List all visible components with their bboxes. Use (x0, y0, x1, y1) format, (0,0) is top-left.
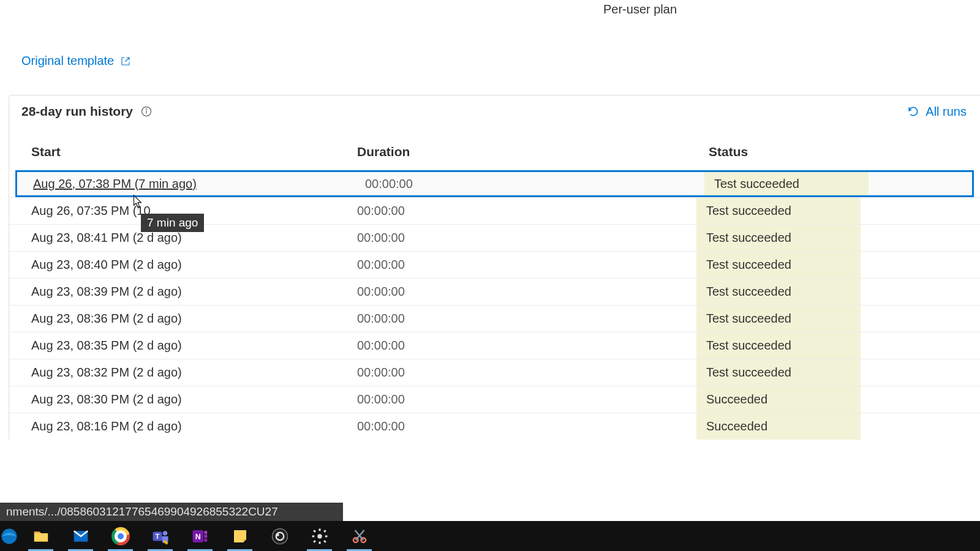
cell-status: Test succeeded (696, 305, 980, 332)
original-template-link[interactable]: Original template (21, 54, 131, 68)
taskbar-edge[interactable] (0, 521, 21, 551)
cell-duration: 00:00:00 (357, 204, 696, 218)
col-start[interactable]: Start (9, 144, 357, 159)
svg-rect-17 (204, 538, 207, 541)
cell-status: Test succeeded (696, 252, 980, 278)
status-badge: Test succeeded (696, 252, 861, 278)
svg-rect-15 (204, 531, 207, 534)
run-history-card: 28-day run history All runs Start Durati… (9, 95, 980, 440)
table-row[interactable]: Aug 23, 08:39 PM (2 d ago)00:00:00Test s… (9, 278, 980, 305)
edge-icon (0, 527, 18, 545)
mail-icon (72, 527, 90, 545)
cell-status: Test succeeded (696, 225, 980, 251)
col-status[interactable]: Status (696, 144, 980, 159)
cell-status: Test succeeded (696, 198, 980, 224)
svg-text:N: N (195, 533, 200, 541)
taskbar-stickynotes[interactable] (220, 521, 260, 551)
gear-icon (311, 527, 329, 545)
stickynotes-icon (231, 527, 249, 545)
status-badge: Succeeded (696, 413, 861, 440)
svg-rect-16 (204, 534, 207, 538)
cell-duration: 00:00:00 (357, 312, 696, 326)
table-row[interactable]: Aug 23, 08:40 PM (2 d ago)00:00:00Test s… (9, 251, 980, 278)
cell-start[interactable]: Aug 23, 08:35 PM (2 d ago) (9, 339, 357, 353)
cell-start[interactable]: Aug 23, 08:41 PM (2 d ago) (9, 231, 357, 245)
windows-taskbar: T N (0, 521, 980, 551)
cell-start[interactable]: Aug 23, 08:36 PM (2 d ago) (9, 312, 357, 326)
taskbar-chrome[interactable] (100, 521, 140, 551)
cell-status: Succeeded (696, 386, 980, 413)
cell-start[interactable]: Aug 23, 08:32 PM (2 d ago) (9, 365, 357, 380)
cell-status: Test succeeded (696, 279, 980, 305)
svg-point-2 (146, 109, 147, 110)
table-row[interactable]: Aug 23, 08:16 PM (2 d ago)00:00:00Succee… (9, 413, 980, 440)
status-badge: Test succeeded (704, 172, 869, 195)
taskbar-snip[interactable] (339, 521, 379, 551)
table-row[interactable]: Aug 23, 08:32 PM (2 d ago)00:00:00Test s… (9, 359, 980, 386)
file-explorer-icon (32, 527, 50, 545)
obs-icon (271, 527, 289, 545)
cell-duration: 00:00:00 (357, 419, 696, 433)
svg-point-21 (317, 534, 322, 539)
refresh-icon (907, 105, 919, 118)
cell-duration: 00:00:00 (357, 258, 696, 272)
svg-point-9 (118, 533, 124, 539)
taskbar-obs[interactable] (260, 521, 300, 551)
taskbar-onenote[interactable]: N (180, 521, 220, 551)
table-row[interactable]: Aug 23, 08:35 PM (2 d ago)00:00:00Test s… (9, 332, 980, 359)
info-icon[interactable] (140, 105, 153, 118)
cell-duration: 00:00:00 (365, 177, 704, 191)
taskbar-mail[interactable] (61, 521, 100, 551)
status-badge: Test succeeded (696, 305, 861, 332)
status-badge: Test succeeded (696, 359, 861, 386)
svg-point-18 (272, 528, 287, 544)
cell-status: Test succeeded (696, 359, 980, 386)
cell-start[interactable]: Aug 23, 08:39 PM (2 d ago) (9, 285, 357, 299)
svg-point-20 (276, 533, 279, 536)
cell-status: Succeeded (696, 413, 980, 440)
table-row[interactable]: Aug 23, 08:30 PM (2 d ago)00:00:00Succee… (9, 386, 980, 413)
browser-statusbar: nments/.../08586031217765469904926855322… (0, 503, 343, 521)
status-badge: Test succeeded (696, 279, 861, 305)
all-runs-label: All runs (925, 105, 967, 119)
cell-status: Test succeeded (696, 332, 980, 359)
cell-duration: 00:00:00 (357, 365, 696, 380)
plan-label: Per-user plan (603, 2, 677, 17)
run-history-table: Start Duration Status Aug 26, 07:38 PM (… (9, 127, 980, 440)
cell-duration: 00:00:00 (357, 392, 696, 407)
time-tooltip: 7 min ago (141, 214, 204, 232)
taskbar-settings[interactable] (300, 521, 339, 551)
status-badge: Test succeeded (696, 332, 861, 359)
svg-text:T: T (155, 532, 159, 539)
all-runs-button[interactable]: All runs (907, 105, 967, 119)
original-template-text: Original template (21, 54, 114, 68)
table-row[interactable]: Aug 23, 08:36 PM (2 d ago)00:00:00Test s… (9, 305, 980, 332)
onenote-icon: N (191, 527, 209, 545)
cell-status: Test succeeded (704, 172, 972, 195)
cell-duration: 00:00:00 (357, 231, 696, 245)
card-header: 28-day run history All runs (9, 96, 980, 127)
external-link-icon (120, 56, 131, 67)
status-badge: Test succeeded (696, 198, 861, 224)
table-body: Aug 26, 07:38 PM (7 min ago)00:00:00Test… (9, 170, 980, 440)
table-header: Start Duration Status (9, 127, 980, 170)
teams-icon: T (151, 527, 170, 545)
svg-point-12 (162, 531, 167, 536)
cell-duration: 00:00:00 (357, 285, 696, 299)
cell-start[interactable]: Aug 23, 08:40 PM (2 d ago) (9, 258, 357, 272)
cell-duration: 00:00:00 (357, 339, 696, 353)
cell-start[interactable]: Aug 23, 08:16 PM (2 d ago) (9, 419, 357, 433)
table-row[interactable]: Aug 26, 07:38 PM (7 min ago)00:00:00Test… (15, 170, 974, 197)
chrome-icon (111, 527, 130, 545)
status-badge: Test succeeded (696, 225, 861, 251)
status-badge: Succeeded (696, 386, 861, 413)
taskbar-explorer[interactable] (21, 521, 61, 551)
snip-icon (350, 527, 369, 545)
svg-point-3 (2, 528, 17, 544)
col-duration[interactable]: Duration (357, 144, 696, 159)
cell-start[interactable]: Aug 23, 08:30 PM (2 d ago) (9, 392, 357, 407)
card-title: 28-day run history (21, 104, 133, 119)
title-group: 28-day run history (21, 104, 153, 119)
cell-start[interactable]: Aug 26, 07:38 PM (7 min ago) (17, 177, 365, 191)
taskbar-teams[interactable]: T (140, 521, 180, 551)
